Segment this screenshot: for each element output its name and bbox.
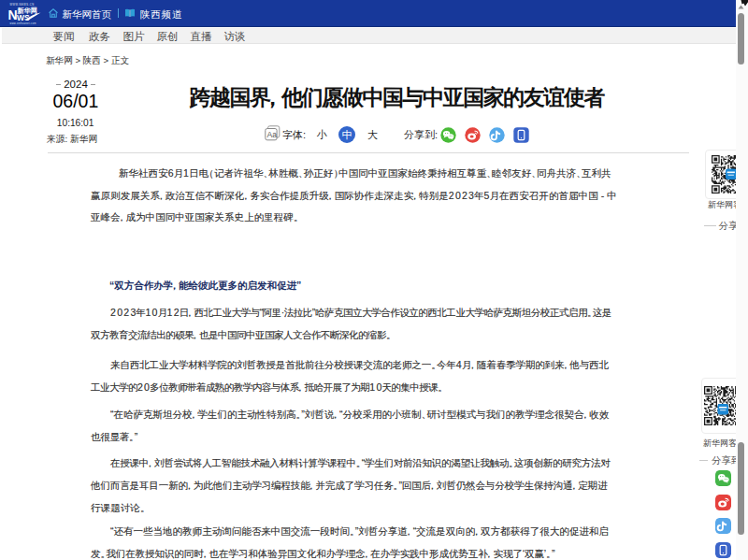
svg-text:WS: WS bbox=[17, 13, 30, 22]
svg-text:www.xinhuanet.com: www.xinhuanet.com bbox=[10, 22, 36, 25]
svg-text:WWW.NEWS.CN: WWW.NEWS.CN bbox=[10, 3, 35, 7]
svg-text:Aa: Aa bbox=[267, 130, 278, 139]
